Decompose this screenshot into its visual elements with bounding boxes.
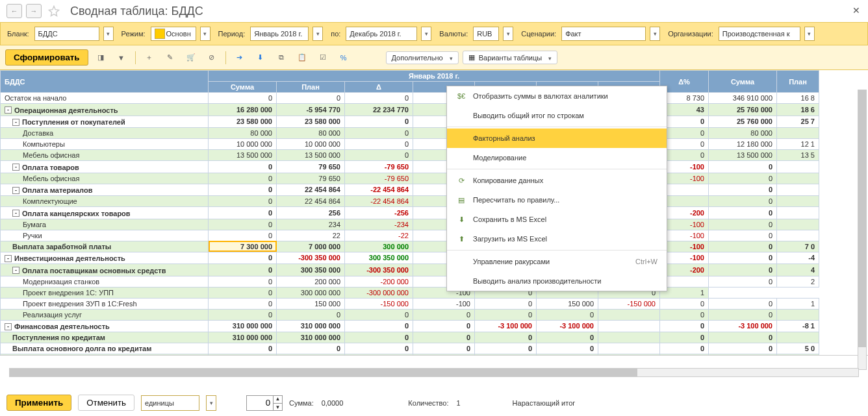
cell[interactable]: 13 500 000 <box>709 150 777 161</box>
cart-icon[interactable]: 🛒 <box>183 50 199 66</box>
cell[interactable]: 0 <box>345 150 413 161</box>
cell[interactable]: 0 <box>413 320 475 332</box>
table-row[interactable]: Доставка80 00080 0000080 000 <box>1 128 819 139</box>
precision-input[interactable] <box>247 397 273 409</box>
cell[interactable]: 2 <box>777 276 819 287</box>
cell[interactable] <box>598 343 660 354</box>
cell[interactable]: 0 <box>537 332 598 343</box>
cell[interactable]: 0 <box>660 298 709 309</box>
cell[interactable]: 3 100 000 <box>475 354 537 356</box>
cell[interactable]: 0 <box>345 93 413 104</box>
cell[interactable]: -3 100 000 <box>475 320 537 332</box>
cell[interactable]: -150 000 <box>598 298 660 309</box>
cell[interactable]: 0 <box>209 298 277 309</box>
menu-item[interactable]: ⬇Сохранить в MS Excel <box>447 210 667 229</box>
cell[interactable]: 0 <box>209 354 277 356</box>
cell[interactable] <box>777 332 819 343</box>
cell[interactable] <box>598 320 660 332</box>
cell[interactable]: 0 <box>709 230 777 241</box>
cell[interactable] <box>777 128 819 139</box>
cell[interactable]: 0 <box>277 354 345 356</box>
vertical-scrollbar[interactable] <box>858 90 867 370</box>
variants-dropdown[interactable]: ▦Варианты таблицы <box>463 51 558 64</box>
cell[interactable]: 310 000 000 <box>209 332 277 343</box>
cell[interactable]: 0 <box>709 252 777 264</box>
units-field[interactable]: единицы <box>141 395 199 411</box>
generate-button[interactable]: Сформировать <box>5 49 88 66</box>
menu-item[interactable]: Факторный анализ <box>447 128 667 148</box>
cell[interactable]: -5 954 770 <box>277 104 345 116</box>
cell[interactable]: 22 <box>277 230 345 241</box>
table-row[interactable]: Модернизация станков0200 000-200 00002 <box>1 276 819 287</box>
menu-item[interactable]: ▤Пересчитать по правилу... <box>447 190 667 210</box>
cell[interactable]: 80 000 <box>209 128 277 139</box>
cell[interactable]: -234 <box>345 219 413 230</box>
cell[interactable]: 0 <box>413 354 475 356</box>
mode-dd[interactable] <box>200 27 211 41</box>
cell[interactable]: 16 280 000 <box>209 104 277 116</box>
table-row[interactable]: -Операционная деятельность16 280 000-5 9… <box>1 104 819 116</box>
add-icon[interactable]: ＋ <box>141 50 158 66</box>
cell[interactable]: 310 000 000 <box>277 320 345 332</box>
nav-back-button[interactable]: ← <box>6 4 22 18</box>
cell[interactable]: -22 <box>345 230 413 241</box>
cell[interactable]: 12 1 <box>777 139 819 150</box>
cell[interactable]: 0 <box>709 309 777 320</box>
cell[interactable]: 3 100 000 <box>709 354 777 356</box>
cell[interactable] <box>777 173 819 184</box>
stepper-down[interactable]: ▼ <box>273 403 282 411</box>
horizontal-scrollbar[interactable] <box>9 368 859 377</box>
cell[interactable]: 0 <box>537 309 598 320</box>
cell[interactable]: 0 <box>413 343 475 354</box>
cell[interactable]: 22 454 864 <box>277 196 345 207</box>
cell[interactable]: 300 000 <box>345 241 413 252</box>
cell[interactable]: 0 <box>709 343 777 354</box>
cell[interactable]: 18 6 <box>777 104 819 116</box>
cell[interactable] <box>777 161 819 173</box>
cell[interactable]: -8 1 <box>777 320 819 332</box>
cell[interactable]: 0 <box>475 309 537 320</box>
tree-toggle[interactable]: - <box>12 210 19 217</box>
cell[interactable]: -79 650 <box>345 161 413 173</box>
cell[interactable]: 0 <box>345 139 413 150</box>
cell[interactable]: 23 580 000 <box>209 116 277 128</box>
percent-icon[interactable]: % <box>335 50 352 66</box>
cell[interactable]: 25 760 000 <box>709 116 777 128</box>
cell[interactable]: 0 <box>475 298 537 309</box>
cell[interactable]: 0 <box>660 320 709 332</box>
tree-toggle[interactable]: - <box>5 106 12 114</box>
cell[interactable]: 5 0 <box>777 343 819 354</box>
period-from-field[interactable]: Январь 2018 г. <box>250 27 309 41</box>
table-row[interactable]: Остаток на начало0008 730346 910 00016 8 <box>1 93 819 104</box>
close-button[interactable]: ✕ <box>852 5 860 16</box>
cell[interactable]: 0 <box>709 173 777 184</box>
period-from-dd[interactable] <box>313 27 323 41</box>
cube-icon[interactable]: ◨ <box>92 50 109 66</box>
blank-dd[interactable] <box>103 27 114 41</box>
orgs-field[interactable]: Производственная к <box>719 27 800 41</box>
cell[interactable]: 12 180 000 <box>709 139 777 150</box>
scenarios-dd[interactable] <box>650 27 660 41</box>
cell[interactable]: 0 <box>660 343 709 354</box>
cell[interactable]: 1 <box>777 298 819 309</box>
precision-stepper[interactable]: ▲▼ <box>246 395 283 411</box>
menu-item[interactable]: Моделирование <box>447 148 667 167</box>
cell[interactable]: 0 <box>709 332 777 343</box>
cell[interactable]: -3 100 000 <box>537 320 598 332</box>
arrow-right-icon[interactable]: ➔ <box>231 50 248 66</box>
table-row[interactable]: Компьютеры10 000 00010 000 0000012 180 0… <box>1 139 819 150</box>
stepper-up[interactable]: ▲ <box>273 395 282 403</box>
cell[interactable]: 13 500 000 <box>277 150 345 161</box>
edit-icon[interactable]: ✎ <box>162 50 179 66</box>
cell[interactable]: 150 000 <box>277 298 345 309</box>
cancel-button[interactable]: Отменить <box>78 395 134 411</box>
table-row[interactable]: Реализация услуг00000000 <box>1 309 819 320</box>
cell[interactable] <box>777 184 819 196</box>
cell[interactable]: 256 <box>277 207 345 219</box>
paste-icon[interactable]: 📋 <box>294 50 311 66</box>
table-row[interactable]: Ручки022-22-1000 <box>1 230 819 241</box>
cell[interactable]: 3 100 000 <box>537 354 598 356</box>
cell[interactable]: 0 <box>345 309 413 320</box>
cell[interactable]: 300 000 000 <box>277 287 345 298</box>
cell[interactable]: 4 <box>777 264 819 276</box>
